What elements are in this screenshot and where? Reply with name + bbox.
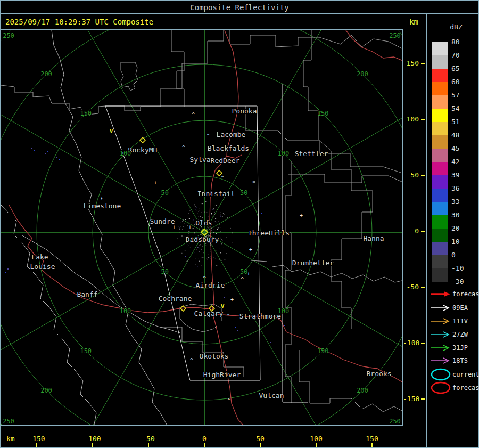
clutter-dot [185, 223, 185, 224]
clutter-dot [203, 212, 203, 213]
place-label: Olds [195, 219, 212, 227]
clutter-dot [202, 246, 202, 246]
clutter-dot [189, 231, 189, 232]
clutter-dot [188, 246, 189, 246]
clutter-dot [202, 257, 203, 258]
storm-ellipse-icon [432, 382, 450, 393]
clutter-dot [207, 249, 207, 249]
colorbar-swatch [432, 229, 448, 242]
clutter-dot [194, 224, 195, 225]
clutter-dot [194, 232, 195, 233]
colorbar-value-label: 10 [451, 238, 475, 246]
clutter-dot [209, 255, 209, 255]
boundary-line [230, 30, 402, 50]
clutter-dot [207, 230, 208, 230]
clutter-dot [205, 201, 206, 202]
legend-ellipse-label: forecast [452, 384, 479, 392]
clutter-dot [221, 239, 222, 240]
radial-line [1, 93, 204, 233]
clutter-dot [211, 214, 212, 215]
colorbar-value-label: 57 [451, 91, 475, 100]
colorbar-swatch [432, 162, 448, 175]
echo-speck [59, 159, 60, 160]
legend-arrow-item: 18TS [431, 357, 468, 364]
radar-display-app: Composite_Reflectivity 2025/09/17 10:29:… [0, 0, 479, 448]
clutter-dot [201, 265, 201, 266]
clutter-dot [202, 203, 203, 204]
echo-speck [47, 151, 48, 152]
clutter-dot [202, 247, 203, 247]
clutter-dot [229, 235, 229, 235]
clutter-dot [189, 218, 190, 219]
clutter-dot [226, 254, 227, 254]
clutter-dot [216, 265, 217, 266]
legend-panel: dBZ 807065605754514845423936333020100-10… [426, 14, 479, 448]
clutter-dot [221, 253, 221, 254]
place-label: Cochrane [159, 295, 192, 303]
clutter-dot [230, 228, 230, 229]
clutter-dot [221, 237, 221, 237]
clutter-dot [194, 233, 195, 233]
clutter-dot [197, 267, 198, 267]
right-axis-tick [421, 119, 425, 120]
map-canvas[interactable]: PonokaLacombeBlackfaldsSylvanRedDeerRock… [0, 29, 403, 426]
clutter-dot [218, 227, 219, 228]
aircraft-vee-marker[interactable]: v [109, 127, 113, 134]
clutter-dot [194, 252, 194, 253]
clutter-dot [216, 253, 217, 254]
clutter-dot [209, 232, 210, 233]
town-marker-glyph: ^ [241, 276, 244, 282]
colorbar-title: dBZ [443, 23, 469, 31]
clutter-dot [197, 213, 197, 213]
legend-arrow-label: 18TS [452, 357, 468, 364]
clutter-dot [211, 230, 212, 230]
clutter-dot [226, 237, 226, 238]
ring-distance-label: 50 [240, 268, 247, 275]
place-label: Lacombe [217, 131, 246, 139]
radar-sector-outline [283, 84, 308, 402]
clutter-dot [224, 214, 225, 215]
clutter-dot [220, 232, 220, 232]
bottom-axis-tick-label: 100 [304, 435, 328, 443]
bottom-axis-tick [148, 443, 149, 447]
ring-distance-label: 200 [40, 70, 52, 78]
clutter-dot [199, 258, 199, 258]
clutter-dot [184, 237, 185, 237]
clutter-dot [180, 227, 180, 228]
clutter-dot [190, 247, 191, 247]
colorbar-value-label: 30 [451, 211, 475, 219]
place-label: RockyMH [128, 146, 158, 154]
window-title: Composite_Reflectivity [190, 3, 288, 12]
clutter-dot [216, 233, 217, 234]
echo-speck [270, 342, 271, 343]
clutter-dot [181, 253, 183, 254]
colorbar-swatch [432, 69, 448, 82]
ring-distance-label: 100 [120, 150, 131, 157]
echo-speck [31, 148, 32, 149]
clutter-dot [209, 228, 209, 229]
clutter-dot [180, 222, 181, 222]
place-label: Brooks [367, 370, 392, 378]
colorbar-swatch [432, 268, 448, 282]
clutter-dot [226, 245, 227, 245]
storm-ellipse-icon [432, 369, 450, 380]
clutter-dot [185, 219, 186, 220]
clutter-dot [207, 250, 207, 250]
right-axis-tick-label: -150 [403, 395, 419, 403]
clutter-dot [216, 223, 217, 223]
clutter-dot [216, 251, 216, 251]
clutter-dot [199, 210, 200, 210]
clutter-dot [219, 249, 219, 249]
bottom-axis-tick-label: -100 [81, 435, 104, 443]
town-marker-glyph: ^ [203, 275, 206, 281]
bottom-axis-tick-label: 50 [249, 435, 272, 443]
place-label: Blackfalds [208, 144, 249, 152]
town-marker-glyph: ^ [192, 112, 195, 118]
bottom-axis-tick [371, 443, 373, 447]
aircraft-vee-marker[interactable]: v [220, 302, 224, 309]
legend-ellipse-item: current [432, 369, 479, 380]
right-axis-tick [421, 231, 425, 232]
ring-distance-label: 50 [161, 189, 169, 197]
radar-map-svg[interactable]: PonokaLacombeBlackfaldsSylvanRedDeerRock… [1, 30, 402, 425]
clutter-dot [179, 233, 179, 233]
